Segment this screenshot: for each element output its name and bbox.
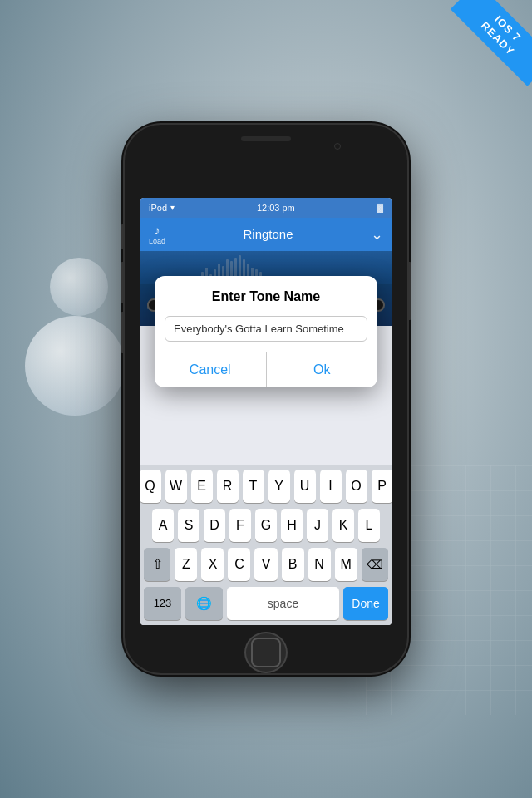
keyboard-row-4: 123 🌐 space Done xyxy=(140,583,392,625)
dialog-input-wrap xyxy=(155,313,377,352)
key-d[interactable]: D xyxy=(204,509,225,542)
key-l[interactable]: L xyxy=(358,509,380,542)
key-h[interactable]: H xyxy=(281,509,303,542)
app-header: ♪ Load Ringtone ⌄ xyxy=(140,218,392,251)
battery-icon: ▓ xyxy=(377,203,383,212)
keyboard-row-3: ⇧ Z X C V B N M ⌫ xyxy=(140,544,392,583)
ok-button[interactable]: Ok xyxy=(267,352,378,387)
power-button xyxy=(408,262,411,320)
done-key[interactable]: Done xyxy=(343,587,388,620)
numbers-key[interactable]: 123 xyxy=(144,587,181,620)
delete-key[interactable]: ⌫ xyxy=(362,548,388,581)
bg-bubble-large xyxy=(25,316,125,416)
key-s[interactable]: S xyxy=(178,509,200,542)
shift-key[interactable]: ⇧ xyxy=(144,548,170,581)
status-right: ▓ xyxy=(377,203,383,212)
keyboard-row-1: Q W E R T Y U I O P xyxy=(140,466,392,505)
key-k[interactable]: K xyxy=(332,509,354,542)
key-e[interactable]: E xyxy=(191,470,213,503)
key-a[interactable]: A xyxy=(152,509,174,542)
key-c[interactable]: C xyxy=(228,548,250,581)
bg-bubble-small xyxy=(50,258,108,316)
key-f[interactable]: F xyxy=(229,509,251,542)
mute-switch xyxy=(121,224,124,249)
home-button-inner xyxy=(251,638,281,667)
volume-up-button xyxy=(121,262,124,303)
load-label: Load xyxy=(149,237,165,245)
music-note-icon: ♪ xyxy=(155,224,160,237)
key-x[interactable]: X xyxy=(201,548,224,581)
key-q[interactable]: Q xyxy=(140,470,161,503)
dialog: Enter Tone Name Cancel Ok xyxy=(155,276,377,387)
key-m[interactable]: M xyxy=(335,548,357,581)
key-z[interactable]: Z xyxy=(175,548,197,581)
globe-key[interactable]: 🌐 xyxy=(185,587,223,620)
header-chevron-icon[interactable]: ⌄ xyxy=(371,225,383,244)
status-time: 12:03 pm xyxy=(257,203,295,213)
device-label: iPod xyxy=(149,203,167,213)
cancel-button[interactable]: Cancel xyxy=(155,352,267,387)
header-title: Ringtone xyxy=(243,227,293,241)
key-w[interactable]: W xyxy=(165,470,187,503)
keyboard-row-2: A S D F G H J K L xyxy=(140,505,392,544)
space-key[interactable]: space xyxy=(227,587,339,620)
wifi-icon: ▾ xyxy=(170,203,175,212)
key-u[interactable]: U xyxy=(294,470,316,503)
key-j[interactable]: J xyxy=(307,509,328,542)
front-camera xyxy=(334,143,341,150)
dialog-overlay: Enter Tone Name Cancel Ok xyxy=(140,251,392,326)
dialog-title-bar: Enter Tone Name xyxy=(155,276,377,313)
key-v[interactable]: V xyxy=(254,548,277,581)
key-t[interactable]: T xyxy=(243,470,264,503)
earpiece xyxy=(241,136,291,141)
dialog-title: Enter Tone Name xyxy=(171,289,361,304)
key-p[interactable]: P xyxy=(372,470,392,503)
dialog-buttons: Cancel Ok xyxy=(155,352,377,387)
status-bar: iPod ▾ 12:03 pm ▓ xyxy=(140,198,392,218)
load-button[interactable]: ♪ Load xyxy=(149,224,165,245)
app-content: // Draw waveform bars after render Enter… xyxy=(140,251,392,326)
tone-name-input[interactable] xyxy=(165,316,367,342)
keyboard: Q W E R T Y U I O P A S D F G H J K xyxy=(140,466,392,625)
key-b[interactable]: B xyxy=(282,548,304,581)
key-i[interactable]: I xyxy=(320,470,342,503)
key-y[interactable]: Y xyxy=(268,470,290,503)
screen: iPod ▾ 12:03 pm ▓ ♪ Load Ringtone ⌄ // D… xyxy=(140,198,392,625)
ios7-badge-text: IOS 7READY xyxy=(451,0,532,86)
key-g[interactable]: G xyxy=(255,509,277,542)
ios7-badge: IOS 7READY xyxy=(432,0,532,100)
home-button[interactable] xyxy=(244,632,288,673)
key-r[interactable]: R xyxy=(217,470,239,503)
status-left: iPod ▾ xyxy=(149,203,175,213)
key-o[interactable]: O xyxy=(346,470,367,503)
key-n[interactable]: N xyxy=(308,548,331,581)
volume-down-button xyxy=(121,312,124,353)
phone-shell: iPod ▾ 12:03 pm ▓ ♪ Load Ringtone ⌄ // D… xyxy=(125,125,407,673)
